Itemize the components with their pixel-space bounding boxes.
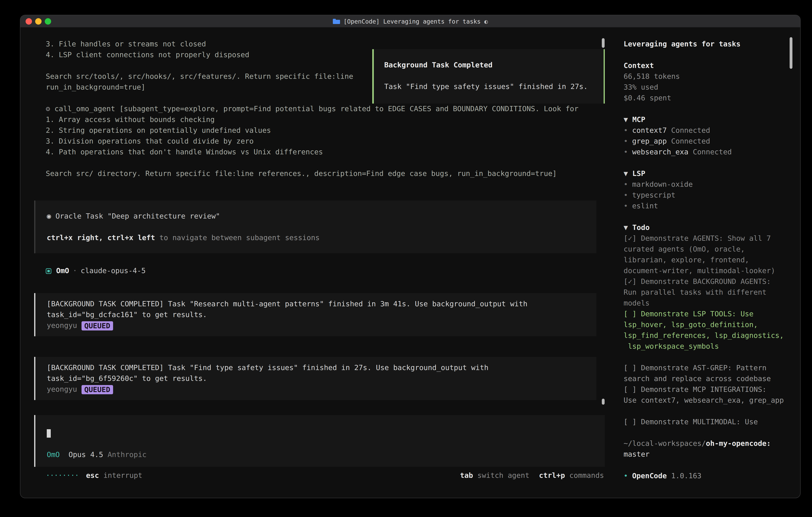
app-version-footer: •OpenCode1.0.163 bbox=[624, 470, 792, 481]
agent-name: OmO bbox=[56, 267, 69, 275]
background-task-toast[interactable]: Background Task Completed Task "Find typ… bbox=[372, 49, 605, 104]
active-agent-label: OmO bbox=[47, 451, 60, 459]
message-footer: yeongyuQUEUED bbox=[47, 320, 597, 331]
chat-scrollbar-thumb[interactable] bbox=[602, 38, 605, 48]
workspace-path-prefix: ~/local-workspaces/ bbox=[624, 439, 706, 447]
todo-item-done: curated agents (OmO, oracle, bbox=[624, 244, 792, 254]
oracle-task-panel[interactable]: ◉Oracle Task "Deep architecture review" … bbox=[34, 200, 597, 253]
bullet-icon: • bbox=[624, 191, 628, 199]
mcp-section-header[interactable]: ▼MCP bbox=[624, 114, 792, 125]
model-row[interactable]: OmOOpus 4.5Anthropic bbox=[47, 449, 605, 460]
chevron-down-icon: ▼ bbox=[624, 169, 628, 178]
queued-badge: QUEUED bbox=[82, 321, 113, 330]
todo-item-pending: [ ] Demonstrate MULTIMODAL: Use bbox=[624, 416, 792, 427]
context-tokens: 66,518 tokens bbox=[624, 71, 792, 82]
chevron-down-icon: ▼ bbox=[624, 223, 628, 232]
chat-pane: 3. File handles or streams not closed 4.… bbox=[20, 28, 616, 498]
session-sidebar: Leveraging agents for tasks Context 66,5… bbox=[616, 28, 800, 498]
mcp-status: Connected bbox=[671, 137, 710, 145]
status-bar: ········escinterrupt tabswitch agentctrl… bbox=[20, 470, 616, 481]
todo-item-done: librarian, explore, frontend, bbox=[624, 254, 792, 265]
agent-model: claude-opus-4-5 bbox=[81, 267, 146, 275]
folder-icon bbox=[333, 19, 340, 24]
gear-icon: ⚙ bbox=[46, 105, 50, 113]
lsp-item: •typescript bbox=[624, 190, 792, 200]
todo-item-done: document-writer, multimodal-looker) bbox=[624, 265, 792, 276]
bullet-icon: • bbox=[624, 126, 628, 134]
tool-call-line: ⚙call_omo_agent [subagent_type=explore, … bbox=[20, 103, 616, 114]
message-line: task_id="bg_6f59260c" to get results. bbox=[47, 373, 597, 384]
busy-indicator-icon: ◐ bbox=[484, 18, 488, 25]
terminal-line: 2. String operations on potentially unde… bbox=[20, 125, 616, 136]
commands-key-label: commands bbox=[570, 471, 604, 480]
traffic-lights bbox=[26, 18, 51, 25]
mcp-status: Connected bbox=[693, 148, 732, 156]
context-heading: Context bbox=[624, 60, 792, 71]
todo-item-active: [ ] Demonstrate LSP TOOLS: Use bbox=[624, 308, 792, 319]
message-line: [BACKGROUND TASK COMPLETED] Task "Find t… bbox=[47, 362, 597, 373]
todo-item-done: [✓] Demonstrate BACKGROUND AGENTS: bbox=[624, 276, 792, 287]
app-version: 1.0.163 bbox=[671, 472, 701, 480]
toast-title: Background Task Completed bbox=[384, 60, 604, 71]
todo-item-done: models bbox=[624, 298, 792, 308]
queued-message[interactable]: [BACKGROUND TASK COMPLETED] Task "Resear… bbox=[34, 293, 597, 336]
esc-key-hint: esc bbox=[86, 471, 99, 480]
todo-item-done: [✓] Demonstrate AGENTS: Show all 7 bbox=[624, 233, 792, 244]
status-right: tabswitch agentctrl+pcommands bbox=[460, 470, 604, 481]
workspace-path: ~/local-workspaces/oh-my-opencode: bbox=[624, 438, 792, 449]
mcp-item: •grep_appConnected bbox=[624, 136, 792, 146]
spinner-dots-icon: ········ bbox=[46, 471, 79, 480]
input-cursor-line bbox=[47, 428, 605, 438]
lsp-item: •eslint bbox=[624, 200, 792, 211]
queued-badge: QUEUED bbox=[82, 385, 113, 394]
model-provider: Anthropic bbox=[108, 451, 146, 459]
chat-scrollbar-thumb-lower[interactable] bbox=[602, 399, 605, 405]
zoom-window-button[interactable] bbox=[45, 18, 51, 25]
terminal-line: 1. Array access without bounds checking bbox=[20, 114, 616, 125]
bullet-icon: • bbox=[624, 202, 628, 210]
terminal-line: Search src/ directory. Return specific f… bbox=[20, 168, 616, 179]
todo-item-pending: Use context7, websearch_exa, grep_app bbox=[624, 395, 792, 406]
mcp-item: •context7Connected bbox=[624, 125, 792, 136]
lsp-section-header[interactable]: ▼LSP bbox=[624, 168, 792, 179]
workspace-repo: oh-my-opencode: bbox=[706, 439, 771, 447]
lsp-item: •markdown-oxide bbox=[624, 179, 792, 190]
bullet-icon: • bbox=[624, 137, 628, 145]
bullet-icon: • bbox=[624, 180, 628, 188]
queued-message[interactable]: [BACKGROUND TASK COMPLETED] Task "Find t… bbox=[34, 357, 597, 400]
todo-heading: Todo bbox=[632, 223, 650, 232]
context-spent: $0.46 spent bbox=[624, 92, 792, 103]
workspace-branch: master bbox=[624, 449, 792, 460]
todo-item-active: lsp_hover, lsp_goto_definition, bbox=[624, 319, 792, 330]
status-left: ········escinterrupt bbox=[46, 470, 142, 481]
terminal-line: 3. Division operations that could divide… bbox=[20, 136, 616, 146]
prompt-input[interactable]: OmOOpus 4.5Anthropic bbox=[34, 415, 605, 467]
window-title: [OpenCode] Leveraging agents for tasks◐ bbox=[333, 15, 488, 28]
fisheye-icon: ◉ bbox=[47, 212, 51, 220]
app-name: OpenCode bbox=[632, 472, 667, 480]
sidebar-scrollbar-thumb[interactable] bbox=[790, 37, 792, 69]
window-titlebar: [OpenCode] Leveraging agents for tasks◐ bbox=[20, 15, 800, 28]
terminal-line: 4. Path operations that don't handle Win… bbox=[20, 146, 616, 157]
text-cursor bbox=[47, 429, 51, 438]
tab-key-label: switch agent bbox=[477, 471, 529, 480]
esc-key-label: interrupt bbox=[103, 471, 142, 480]
window-title-text: [OpenCode] Leveraging agents for tasks bbox=[344, 18, 481, 25]
minimize-window-button[interactable] bbox=[35, 18, 41, 25]
mcp-status: Connected bbox=[671, 126, 710, 134]
todo-item-done: Run parallel tasks with different bbox=[624, 287, 792, 298]
mcp-heading: MCP bbox=[632, 115, 645, 124]
bullet-icon: • bbox=[624, 148, 628, 156]
close-window-button[interactable] bbox=[26, 18, 32, 25]
message-author: yeongyu bbox=[47, 321, 77, 329]
message-footer: yeongyuQUEUED bbox=[47, 384, 597, 394]
todo-item-active: lsp_find_references, lsp_diagnostics, bbox=[624, 330, 792, 341]
toast-body: Task "Find type safety issues" finished … bbox=[384, 81, 604, 92]
todo-section-header[interactable]: ▼Todo bbox=[624, 222, 792, 233]
todo-item-pending: [ ] Demonstrate AST-GREP: Pattern bbox=[624, 362, 792, 373]
model-name: Opus 4.5 bbox=[68, 451, 103, 459]
tab-key-hint: tab bbox=[460, 471, 473, 480]
message-author: yeongyu bbox=[47, 385, 77, 393]
todo-item-pending: [ ] Demonstrate MCP INTEGRATIONS: bbox=[624, 384, 792, 395]
todo-item-pending: search and replace across codebase bbox=[624, 373, 792, 384]
